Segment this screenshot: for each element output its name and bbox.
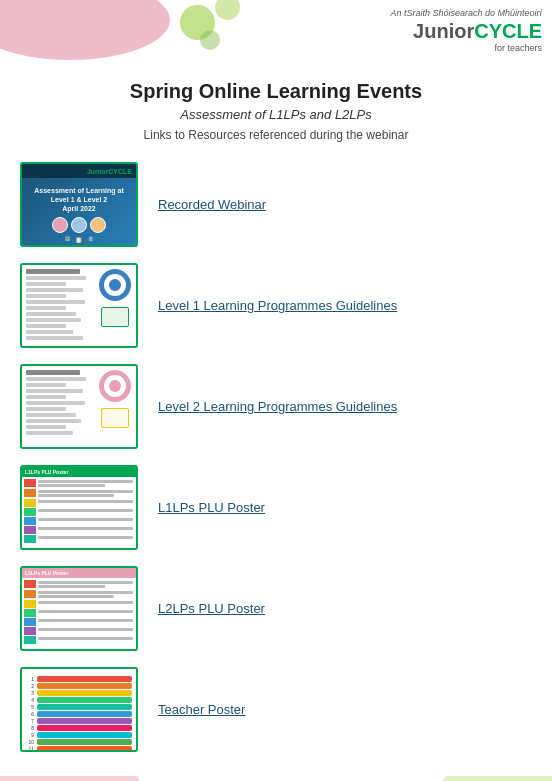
header-green-blob-3 (200, 30, 220, 50)
teacher-poster-row: 11 (26, 746, 132, 752)
link-level2-guidelines[interactable]: Level 2 Learning Programmes Guidelines (158, 399, 397, 414)
teacher-poster-row: 8 (26, 725, 132, 731)
page-subtitle: Assessment of L1LPs and L2LPs (20, 107, 532, 122)
teacher-poster-row: 4 (26, 697, 132, 703)
thumbnail-l2lps-poster: L2LPs PLU Poster (20, 566, 138, 651)
link-l2lps-poster[interactable]: L2LPs PLU Poster (158, 601, 265, 616)
resource-item-webinar: JuniorCYCLE Assessment of Learning atLev… (20, 158, 532, 251)
logo-cycle-text: CYCLE (474, 20, 542, 43)
resource-item-teacher-poster: 1234567891011 Teacher Poster (20, 663, 532, 756)
thumbnail-webinar: JuniorCYCLE Assessment of Learning atLev… (20, 162, 138, 247)
link-level1-guidelines[interactable]: Level 1 Learning Programmes Guidelines (158, 298, 397, 313)
thumbnail-teacher-poster: 1234567891011 (20, 667, 138, 752)
page-description: Links to Resources referenced during the… (20, 128, 532, 142)
teacher-poster-row: 7 (26, 718, 132, 724)
teacher-poster-row: 2 (26, 683, 132, 689)
logo-junior-text: Junior (413, 20, 474, 43)
bottom-decoration (0, 776, 552, 781)
resource-item-level2: Level 2 Learning Programmes Guidelines (20, 360, 532, 453)
teacher-poster-row: 6 (26, 711, 132, 717)
main-content: Spring Online Learning Events Assessment… (0, 70, 552, 776)
bottom-pink-blob (0, 776, 140, 781)
thumbnail-level1 (20, 263, 138, 348)
logo-for-teachers: for teachers (494, 43, 542, 53)
teacher-poster-row: 5 (26, 704, 132, 710)
page-title: Spring Online Learning Events (20, 80, 532, 103)
logo-tagline: An tSraith Shóisearach do Mhúinteoirí (390, 8, 542, 18)
link-l1lps-poster[interactable]: L1LPs PLU Poster (158, 500, 265, 515)
resource-item-level1: Level 1 Learning Programmes Guidelines (20, 259, 532, 352)
thumbnail-level2 (20, 364, 138, 449)
link-recorded-webinar[interactable]: Recorded Webinar (158, 197, 266, 212)
thumbnail-l1lps-poster: L1LPs PLU Poster (20, 465, 138, 550)
resource-item-l2lps-poster: L2LPs PLU Poster (20, 562, 532, 655)
header-green-blob-2 (215, 0, 240, 20)
teacher-poster-row: 9 (26, 732, 132, 738)
teacher-poster-row: 10 (26, 739, 132, 745)
bottom-green-blob (442, 776, 552, 781)
link-teacher-poster[interactable]: Teacher Poster (158, 702, 245, 717)
teacher-poster-row: 1 (26, 676, 132, 682)
teacher-poster-row: 3 (26, 690, 132, 696)
header-pink-blob (0, 0, 170, 60)
junior-cycle-logo: Junior CYCLE (413, 20, 542, 43)
resource-item-l1lps-poster: L1LPs PLU Poster (20, 461, 532, 554)
header: An tSraith Shóisearach do Mhúinteoirí Ju… (0, 0, 552, 70)
resource-list: JuniorCYCLE Assessment of Learning atLev… (20, 158, 532, 756)
logo-area: An tSraith Shóisearach do Mhúinteoirí Ju… (390, 8, 542, 53)
